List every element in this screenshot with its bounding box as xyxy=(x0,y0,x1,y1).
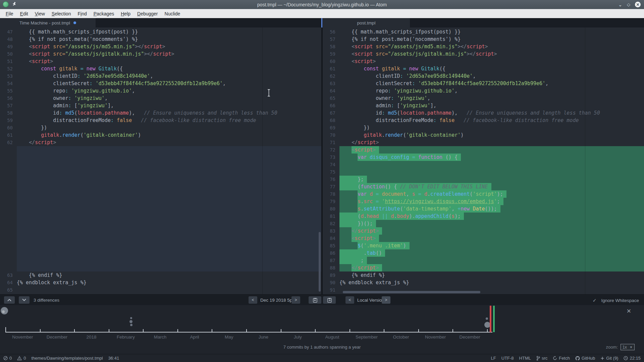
grammar[interactable]: HTML xyxy=(519,356,531,361)
code-line[interactable]: 77 (function() { // DON'T EDIT BELOW THI… xyxy=(323,183,644,190)
check-icon[interactable]: ✓ xyxy=(593,298,597,303)
code-line[interactable]: 74 this.page.url = '{{ abs_link(_link("r… xyxy=(323,161,644,168)
code-line[interactable]: 70 gitalk.render('gitalk-container') xyxy=(323,131,644,139)
code-line[interactable]: 80 s.setAttribute('data-timestamp', +new… xyxy=(323,205,644,213)
code-line[interactable]: 59 distractionFreeMode: false // faceboo… xyxy=(0,117,321,124)
code-line[interactable]: 52 const gitalk = new Gitalk({ xyxy=(0,65,321,72)
code-line[interactable]: 60 }) xyxy=(0,124,321,131)
tab-time-machine[interactable]: Time Machine - post.tmpl xyxy=(0,18,96,27)
tab-post-tmpl[interactable]: post.tmpl xyxy=(323,18,410,27)
code-line[interactable]: 78 var d = document, s = d.createElement… xyxy=(323,190,644,198)
code-line[interactable]: 64{% endblock extra_js %} xyxy=(0,279,321,286)
error-count[interactable]: 0 xyxy=(3,356,12,361)
code-line[interactable]: 57 {% if not post.meta('nocomments') %} xyxy=(323,36,644,43)
close-icon[interactable]: ✕ xyxy=(635,2,641,7)
code-line[interactable]: 58 <script src="/assets/js/md5.min.js"><… xyxy=(323,43,644,50)
code-line[interactable]: 67 id: md5(location.pathname), // Ensure… xyxy=(323,109,644,117)
line-ending[interactable]: LF xyxy=(491,356,496,361)
code-line[interactable]: 62 clientID: '2d65a7ee95d8c149440e', xyxy=(323,72,644,80)
code-line[interactable]: 64 repo: 'yingziwu.github.io', xyxy=(323,87,644,95)
code-line[interactable]: 65 xyxy=(0,286,321,294)
code-line[interactable]: 68 distractionFreeMode: false // faceboo… xyxy=(323,117,644,124)
zoom-select[interactable]: 1x▼ xyxy=(621,344,635,350)
next-version-button[interactable]: > xyxy=(382,296,390,304)
code-line[interactable]: 76 }; xyxy=(323,176,644,183)
code-line[interactable]: 89 {% endif %} xyxy=(323,272,644,279)
copy-to-left-button[interactable] xyxy=(309,296,321,304)
code-line[interactable]: 50 <script src="/assets/js/gitalk.min.js… xyxy=(0,50,321,58)
code-line[interactable]: 48 {% if not post.meta('nocomments') %} xyxy=(0,36,321,43)
commit-dot[interactable] xyxy=(130,324,132,326)
menu-debugger[interactable]: Debugger xyxy=(134,10,161,17)
git-branch[interactable]: src xyxy=(536,356,547,361)
menu-help[interactable]: Help xyxy=(118,10,133,17)
code-line[interactable]: 49 <script src="/assets/js/md5.min.js"><… xyxy=(0,43,321,50)
code-line[interactable]: 62 </script> xyxy=(0,139,321,146)
code-line[interactable]: 57 admin: ['yingziwu'], xyxy=(0,102,321,109)
left-vertical-scrollbar[interactable] xyxy=(319,232,321,292)
code-line[interactable]: 55 repo: 'yingziwu.github.io', xyxy=(0,87,321,95)
next-commit-button[interactable]: > xyxy=(291,296,300,304)
code-line[interactable]: 72 <script> xyxy=(323,146,644,154)
code-line[interactable]: 56 owner: 'yingziwu', xyxy=(0,95,321,102)
code-line[interactable]: 75 this.page.identifier = md5(location.p… xyxy=(323,168,644,176)
code-line[interactable]: 54 clientSecret: 'd53ebb47f84f44cf5ae927… xyxy=(0,80,321,87)
code-line[interactable]: 86 .tab() xyxy=(323,249,644,257)
code-line[interactable]: 56 {{ math.math_scripts_ifpost(post) }} xyxy=(323,28,644,36)
code-line[interactable]: 83 </script> xyxy=(323,227,644,235)
code-line[interactable]: 87 ; xyxy=(323,257,644,264)
file-path[interactable]: themes/Dawning/templates/post.tmpl xyxy=(31,356,103,361)
code-line[interactable]: 82 })(); xyxy=(323,220,644,227)
git-plus-status[interactable]: Git (9) xyxy=(600,356,618,361)
encoding[interactable]: UTF-8 xyxy=(501,356,514,361)
code-line[interactable]: 61 const gitalk = new Gitalk({ xyxy=(323,65,644,72)
code-line[interactable]: 71 </script> xyxy=(323,139,644,146)
code-line[interactable]: 60 <script> xyxy=(323,58,644,65)
commit-dot[interactable] xyxy=(486,317,488,320)
code-line[interactable]: 58 id: md5(location.pathname), // Ensure… xyxy=(0,109,321,117)
menu-view[interactable]: View xyxy=(32,10,48,17)
code-line[interactable]: 66 admin: ['yingziwu'], xyxy=(323,102,644,109)
menu-find[interactable]: Find xyxy=(74,10,90,17)
prev-commit-button[interactable]: < xyxy=(249,296,257,304)
code-line[interactable]: 69 }) xyxy=(323,124,644,131)
code-line[interactable]: 47 {{ math.math_scripts_ifpost(post) }} xyxy=(0,28,321,36)
commit-dot[interactable] xyxy=(130,317,132,319)
code-line[interactable]: 63 clientSecret: 'd53ebb47f84f44cf5ae927… xyxy=(323,80,644,87)
menu-edit[interactable]: Edit xyxy=(17,10,31,17)
editor-pane-left[interactable]: 47 {{ math.math_scripts_ifpost(post) }}4… xyxy=(0,27,321,294)
code-line[interactable]: 73 var disqus_config = function () { xyxy=(323,154,644,161)
code-line[interactable]: 84 <script> xyxy=(323,235,644,242)
code-line[interactable]: 59 <script src="/assets/js/gitalk.min.js… xyxy=(323,50,644,58)
prev-diff-button[interactable] xyxy=(4,296,15,304)
timeline-close-icon[interactable]: ✕ xyxy=(627,308,631,315)
menu-selection[interactable]: Selection xyxy=(49,10,74,17)
code-line[interactable]: 61 gitalk.render('gitalk-container') xyxy=(0,131,321,139)
fetch-button[interactable]: Fetch xyxy=(553,356,570,361)
next-diff-button[interactable] xyxy=(19,296,30,304)
code-line[interactable]: 65 owner: 'yingziwu', xyxy=(323,95,644,102)
warning-count[interactable]: 0 xyxy=(17,356,26,361)
menu-file[interactable]: File xyxy=(3,10,16,17)
commit-bubble[interactable] xyxy=(1,307,8,314)
code-line[interactable]: 88 </script> xyxy=(323,264,644,272)
menu-nuclide[interactable]: Nuclide xyxy=(162,10,183,17)
ignore-whitespace-label[interactable]: Ignore Whitespace xyxy=(601,298,639,303)
minimize-icon[interactable]: ⌄ xyxy=(618,2,622,7)
code-line[interactable]: 85 $('.menu .item') xyxy=(323,242,644,249)
maximize-icon[interactable]: ◇ xyxy=(627,2,630,7)
github-button[interactable]: GitHub xyxy=(575,356,595,361)
code-line[interactable]: 53 clientID: '2d65a7ee95d8c149440e', xyxy=(0,72,321,80)
cursor-position[interactable]: 36:41 xyxy=(108,356,119,361)
code-line[interactable]: 90{% endblock extra_js %} xyxy=(323,279,644,286)
prev-version-button[interactable]: < xyxy=(345,296,354,304)
commit-dot[interactable] xyxy=(129,320,132,323)
copy-to-right-button[interactable] xyxy=(323,296,336,304)
code-line[interactable]: 63 {% endif %} xyxy=(0,272,321,279)
code-line[interactable]: 51 <script> xyxy=(0,58,321,65)
code-line[interactable]: 79 s.src = 'https://yingziwu.disqus.com/… xyxy=(323,198,644,205)
editor-pane-right[interactable]: 56 {{ math.math_scripts_ifpost(post) }}5… xyxy=(323,27,644,294)
code-line[interactable]: 81 (d.head || d.body).appendChild(s); xyxy=(323,213,644,220)
menu-packages[interactable]: Packages xyxy=(91,10,117,17)
right-horizontal-scrollbar[interactable] xyxy=(343,291,480,293)
